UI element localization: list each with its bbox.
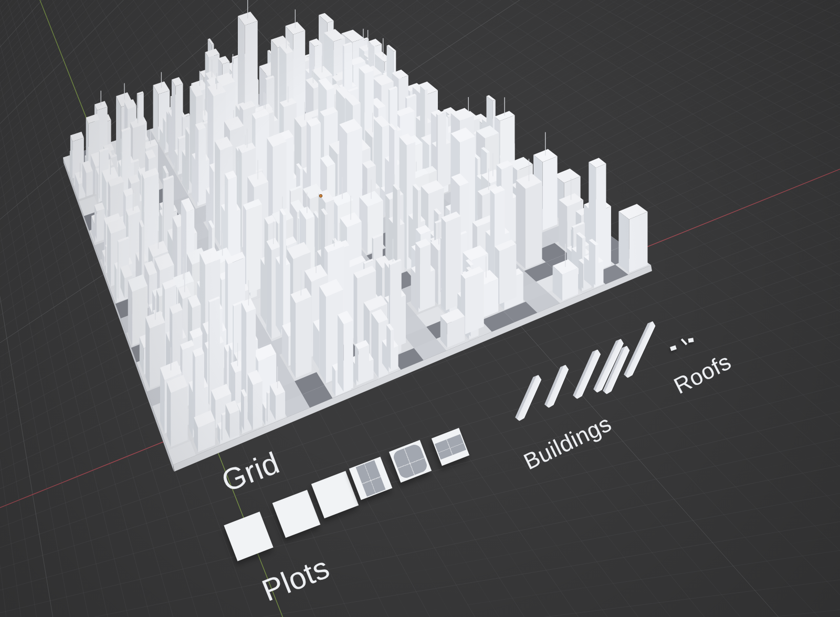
legend-label-grid[interactable]: Grid	[217, 445, 284, 499]
legend-building-bar[interactable]	[543, 363, 570, 410]
scene-objects-layer: Grid Plots Buildings Roofs	[0, 0, 840, 617]
legend-building-bar[interactable]	[514, 373, 542, 423]
legend-plot-square[interactable]	[272, 489, 320, 538]
legend-plot-square[interactable]	[388, 440, 431, 482]
3d-viewport[interactable]: Grid Plots Buildings Roofs	[0, 0, 840, 617]
plot-subdivision-panel	[391, 442, 428, 479]
legend-plot-square[interactable]	[224, 511, 273, 561]
legend-plot-square[interactable]	[432, 428, 469, 466]
legend-label-buildings[interactable]: Buildings	[520, 411, 615, 475]
legend-label-roofs[interactable]: Roofs	[670, 349, 736, 399]
legend-label-plots[interactable]: Plots	[257, 549, 334, 608]
plot-subdivision-panel	[356, 460, 386, 497]
legend-roof-chip[interactable]	[688, 338, 694, 343]
plot-subdivision-panel	[435, 434, 466, 460]
legend-plot-square[interactable]	[349, 457, 393, 500]
legend-roof-chip[interactable]	[670, 345, 677, 351]
legend-roof-chip[interactable]	[681, 339, 688, 346]
legend-plot-square[interactable]	[311, 471, 359, 518]
